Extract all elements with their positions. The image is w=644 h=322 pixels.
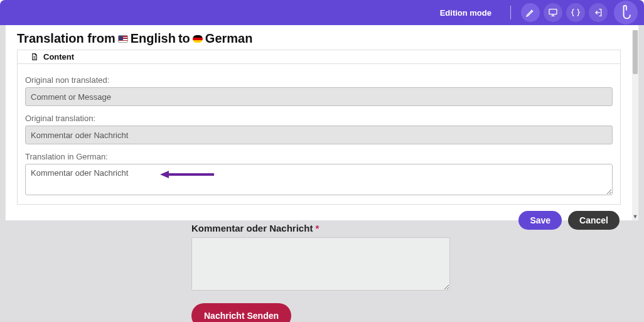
underlying-form: Kommentar oder Nachricht * Nachricht Sen… <box>191 223 455 322</box>
scroll-down-icon[interactable]: ▼ <box>632 213 638 220</box>
title-mid: to <box>178 31 190 46</box>
cancel-button[interactable]: Cancel <box>568 211 620 230</box>
button-row: Save Cancel <box>17 205 621 230</box>
svg-rect-0 <box>549 9 557 14</box>
document-icon <box>30 53 38 61</box>
us-flag-icon <box>118 35 128 43</box>
code-brackets-icon[interactable] <box>566 3 585 22</box>
lang-to: German <box>205 31 253 46</box>
tab-content-label: Content <box>43 52 74 62</box>
de-flag-icon <box>193 35 203 43</box>
modal-title: Translation from English to German <box>17 31 621 46</box>
label-translation-in: Translation in German: <box>25 152 613 161</box>
translation-modal: ▼ Translation from English to German Con… <box>5 25 639 221</box>
toolbar-divider <box>510 6 511 19</box>
modal-scrollbar[interactable]: ▼ <box>632 30 638 220</box>
exit-icon[interactable] <box>589 3 608 22</box>
brand-logo-icon[interactable] <box>614 1 638 24</box>
form-box: Original non translated: Original transl… <box>17 63 621 205</box>
top-toolbar: Edition mode <box>0 0 644 25</box>
tab-content[interactable]: Content <box>17 50 621 63</box>
pencil-icon[interactable] <box>521 3 540 22</box>
label-original-non-translated: Original non translated: <box>25 75 613 85</box>
label-original-translation: Original translation: <box>25 114 613 123</box>
message-textarea[interactable] <box>191 237 450 291</box>
input-translation-in[interactable] <box>25 164 613 195</box>
mode-label: Edition mode <box>440 8 491 18</box>
save-button[interactable]: Save <box>518 211 562 230</box>
input-original-non-translated <box>25 87 613 106</box>
monitor-icon[interactable] <box>544 3 562 22</box>
send-button[interactable]: Nachricht Senden <box>191 303 291 322</box>
lang-from: English <box>131 31 176 46</box>
title-prefix: Translation from <box>17 31 115 46</box>
scrollbar-thumb[interactable] <box>633 30 638 74</box>
input-original-translation <box>25 126 613 144</box>
